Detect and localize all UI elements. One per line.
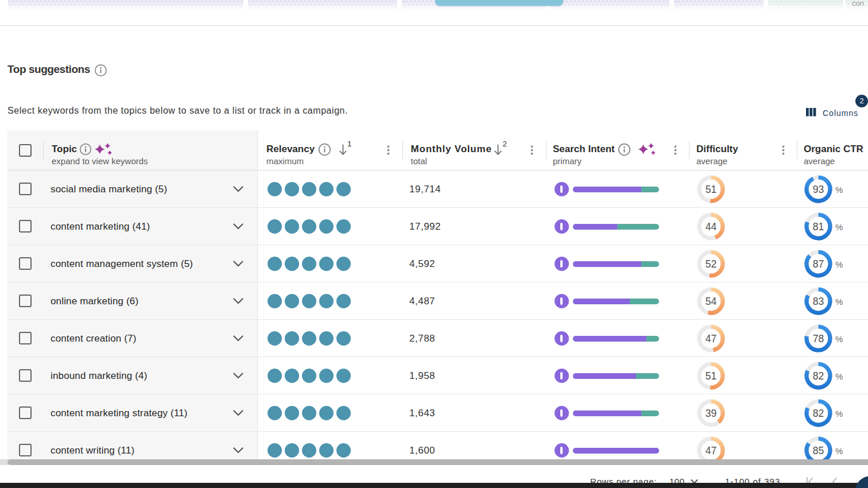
svg-text:52: 52 [705, 258, 716, 270]
svg-text:85: 85 [812, 445, 823, 456]
svg-text:51: 51 [705, 184, 716, 195]
svg-text:82: 82 [812, 408, 823, 419]
svg-text:47: 47 [705, 333, 716, 344]
svg-text:54: 54 [705, 296, 716, 307]
svg-text:78: 78 [812, 333, 823, 344]
svg-text:93: 93 [812, 184, 823, 195]
svg-text:87: 87 [812, 258, 823, 270]
svg-text:82: 82 [812, 370, 823, 382]
svg-text:44: 44 [705, 221, 716, 233]
svg-text:81: 81 [812, 221, 823, 233]
svg-text:39: 39 [705, 408, 716, 419]
svg-text:47: 47 [705, 445, 716, 456]
svg-text:83: 83 [812, 296, 823, 307]
svg-text:51: 51 [705, 370, 716, 382]
